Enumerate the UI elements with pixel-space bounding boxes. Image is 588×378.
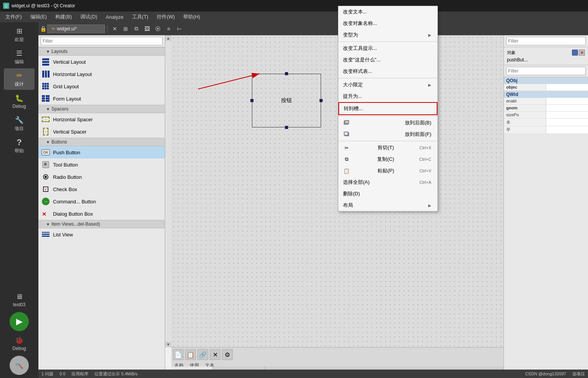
test03-icon: 🖥 (15, 292, 24, 301)
menu-help[interactable]: 帮助(H) (179, 12, 204, 22)
props-filter-input[interactable] (506, 67, 586, 75)
ctx-cut-icon: ✂ (343, 144, 350, 151)
sidebar-item-debug[interactable]: 🐛 Debug (4, 91, 35, 112)
ctx-layout[interactable]: 布局 ▶ (338, 200, 437, 211)
widget-v-spacer[interactable]: ↕ Vertical Spacer (38, 125, 165, 138)
menu-build[interactable]: 构建(B) (51, 12, 76, 22)
view-btn3[interactable]: ⊢ (174, 24, 184, 34)
ctx-cut[interactable]: ✂ 剪切(T) Ctrl+X (338, 142, 437, 154)
toolbar: 🔒 ✏ widget.ui* ✕ ⊞ ⧉ 🖼 ⦿ ≡ ⊢ (38, 22, 588, 35)
prop-value-geom[interactable] (546, 105, 588, 111)
img-btn[interactable]: 🖼 (142, 24, 152, 34)
sidebar-item-help[interactable]: ? 帮助 (4, 135, 35, 157)
menu-file[interactable]: 文件(F) (2, 12, 26, 22)
sidebar-item-project[interactable]: 🔧 项目 (4, 113, 35, 134)
action-copy-btn[interactable]: 📋 (185, 349, 196, 360)
menu-tools[interactable]: 工具(T) (128, 12, 152, 22)
sidebar-item-debug2[interactable]: 🐞 Debug (4, 333, 35, 354)
view-btn2[interactable]: ≡ (164, 24, 174, 34)
widget-horizontal-layout[interactable]: Horizontal Layout (38, 68, 165, 80)
file-tab[interactable]: ✏ widget.ui* (47, 25, 105, 33)
widget-radio-button[interactable]: Radio Button (38, 171, 165, 183)
section-spacers[interactable]: ▼ Spacers (38, 105, 165, 113)
ctx-change-text[interactable]: 改变文本... (338, 6, 437, 18)
vscroll-up[interactable]: ▲ (165, 35, 171, 41)
run-button[interactable]: ▶ (10, 312, 29, 331)
sidebar-item-design[interactable]: ✏ 设计 (4, 68, 35, 90)
ctx-copy[interactable]: ⧉ 复制(C) Ctrl+C (338, 154, 437, 165)
action-settings-btn[interactable]: ⚙ (222, 349, 233, 360)
ctx-promote[interactable]: 提升为... (338, 91, 437, 102)
ctx-paste[interactable]: 📋 粘贴(P) Ctrl+V (338, 165, 437, 177)
hspacer-icon: ↔ (41, 115, 50, 124)
vscroll-down[interactable]: ▼ (165, 342, 171, 347)
pin-btn[interactable]: ⊞ (121, 24, 131, 34)
file-tab-label: widget.ui* (57, 26, 77, 31)
ctx-tooltip[interactable]: 改变工具提示... (338, 43, 437, 54)
obj-icon-widget (572, 50, 578, 56)
menu-edit[interactable]: 编辑(E) (27, 12, 51, 22)
button-label: 按钮 (281, 97, 292, 104)
prop-value-object[interactable] (546, 84, 588, 91)
ctx-bring-front[interactable]: 放到前面(F) (338, 129, 437, 140)
action-link-btn[interactable]: 🔗 (197, 349, 208, 360)
ctx-morph[interactable]: 变型为 ▶ (338, 29, 437, 41)
canvas-vscroll[interactable]: ▲ ▼ (165, 35, 171, 347)
canvas-area[interactable]: ▲ ▼ (165, 35, 504, 378)
right-filter-box (504, 35, 588, 47)
form-label: Form Layout (53, 96, 81, 102)
widget-tool-button[interactable]: ⚙ Tool Button (38, 158, 165, 171)
widget-form-layout[interactable]: Form Layout (38, 92, 165, 105)
ctx-sep-3 (338, 116, 437, 116)
ctx-change-objname[interactable]: 改变对象名称... (338, 18, 437, 29)
sidebar-item-welcome[interactable]: ⊞ 欢迎 (4, 24, 35, 45)
ctx-size-limit[interactable]: 大小限定 ▶ (338, 79, 437, 91)
canvas-button-widget[interactable]: 按钮 (252, 74, 321, 127)
section-buttons[interactable]: ▼ Buttons (38, 138, 165, 146)
widget-push-button[interactable]: OK Push Button (38, 146, 165, 158)
section-layouts[interactable]: ▼ Layouts (38, 47, 165, 56)
copy-btn[interactable]: ⧉ (131, 24, 141, 34)
handle-bottom[interactable] (285, 126, 288, 129)
prop-value-sizepo[interactable] (546, 112, 588, 118)
canvas-inner[interactable]: 按钮 (171, 35, 504, 347)
prop-value-enable[interactable] (546, 98, 588, 104)
widget-filter-input[interactable] (41, 37, 162, 45)
widget-vertical-layout[interactable]: Vertical Layout (38, 56, 165, 68)
action-new-btn[interactable]: 📄 (173, 349, 184, 360)
obj-delete-btn[interactable]: ✕ (579, 50, 585, 56)
ctx-whatsthis[interactable]: 改变"这是什么"... (338, 54, 437, 66)
ctx-select-all[interactable]: 选择全部(A) Ctrl+A (338, 177, 437, 188)
menu-debug[interactable]: 调试(D) (76, 12, 101, 22)
prop-value-water[interactable] (546, 119, 588, 126)
ctx-delete[interactable]: 删除(D) (338, 188, 437, 200)
ctx-stylesheet[interactable]: 改变样式表... (338, 66, 437, 77)
prop-value-flat[interactable] (546, 126, 588, 134)
ctx-size-limit-label: 大小限定 (343, 81, 363, 88)
ctx-send-back[interactable]: 放到后面(B) (338, 117, 437, 129)
ctx-send-back-label: 放到后面(B) (405, 119, 431, 126)
widget-h-spacer[interactable]: ↔ Horizontal Spacer (38, 113, 165, 125)
handle-right[interactable] (320, 99, 323, 102)
widget-check-box[interactable]: ✓ Check Box (38, 183, 165, 195)
section-itemviews[interactable]: ▼ Item Views...del-Based) (38, 220, 165, 228)
action-delete-btn[interactable]: ✕ (210, 349, 220, 360)
vscroll-track[interactable] (165, 41, 171, 342)
build-button[interactable]: 🔨 (10, 356, 29, 375)
widget-command-button[interactable]: Command... Button (38, 195, 165, 208)
widget-grid-layout[interactable]: Grid Layout (38, 80, 165, 92)
sidebar-item-edit[interactable]: ☰ 编辑 (4, 46, 35, 68)
checkbox-label: Check Box (53, 187, 77, 192)
view-btn1[interactable]: ⦿ (153, 24, 163, 34)
ctx-goto-slot[interactable]: 转到槽... (338, 102, 437, 115)
widget-dialog-button-box[interactable]: Dialog Button Box (38, 208, 165, 220)
widget-list-view[interactable]: List View (38, 228, 165, 241)
sidebar-item-test03[interactable]: 🖥 test03 (4, 289, 35, 310)
menu-widgets[interactable]: 控件(W) (153, 12, 179, 22)
menu-analyze[interactable]: Analyze (102, 13, 127, 21)
obj-tree-item[interactable]: pushBut... (505, 56, 586, 63)
right-filter-input[interactable] (506, 37, 586, 45)
ctx-paste-icon: 📋 (343, 167, 350, 174)
close-tab-btn[interactable]: ✕ (110, 24, 120, 34)
ctx-morph-arrow: ▶ (428, 33, 431, 37)
